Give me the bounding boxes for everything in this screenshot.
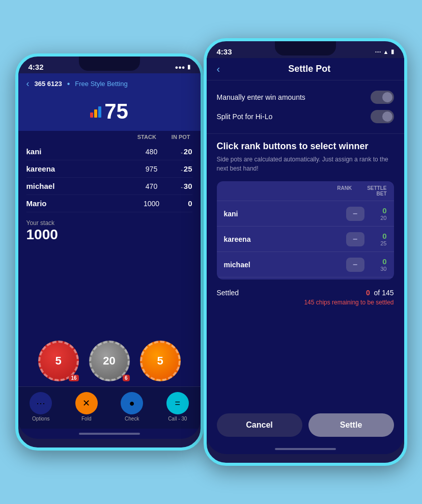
call-icon: = [166, 392, 189, 414]
game-id: 365 6123 [35, 80, 62, 88]
settle-amount-kareena: 0 25 [372, 232, 387, 246]
settle-table: RANK SETTLEBET kani − 0 20 kareena − 0 2… [217, 181, 394, 279]
status-icons-right: ···· ▲ ▮ [375, 48, 393, 55]
chip-20-gray[interactable]: 20 6 [89, 341, 130, 381]
info-desc: Side pots are calculated automatically. … [217, 155, 394, 173]
fold-button[interactable]: ✕ Fold [75, 392, 98, 422]
game-header: ‹ 365 6123 • Free Style Betting [18, 73, 201, 94]
fold-icon: ✕ [75, 392, 98, 414]
player-name-michael: michael [26, 182, 136, 190]
home-bar-right [275, 448, 336, 450]
settled-summary-row: Settled 0 of 145 [207, 284, 404, 299]
pot-chart-icon [90, 105, 101, 118]
check-label: Check [125, 416, 139, 422]
fold-label: Fold [81, 416, 91, 422]
settle-sub-kani: 20 [380, 215, 386, 221]
player-pot-kareena: -25 [167, 164, 192, 173]
rank-button-kani[interactable]: − [346, 207, 364, 221]
settled-of-total: of 145 [374, 289, 394, 297]
home-indicator-right [207, 444, 404, 454]
chip-5-orange[interactable]: 5 [140, 341, 181, 381]
settle-value-kani: 0 [382, 206, 386, 215]
table-row: kareena 975 -25 [26, 160, 192, 178]
home-bar-left [79, 433, 140, 435]
chip-badge-6: 6 [123, 375, 130, 381]
rank-button-kareena[interactable]: − [346, 232, 364, 246]
settle-header: ‹ Settle Pot [207, 58, 404, 80]
players-table: STACK IN POT kani 480 -20 kareena 975 -2… [18, 131, 201, 212]
player-stack-michael: 470 [136, 182, 167, 190]
bar2 [94, 109, 97, 118]
settle-sub-kareena: 25 [380, 240, 386, 246]
cancel-button[interactable]: Cancel [217, 413, 302, 437]
rank-button-michael[interactable]: − [346, 258, 364, 272]
right-phone: 4:33 ···· ▲ ▮ ‹ Settle Pot Manually ente… [204, 38, 407, 466]
settle-table-header: RANK SETTLEBET [217, 181, 394, 201]
notch-left [79, 57, 140, 71]
back-button-right[interactable]: ‹ [217, 63, 220, 75]
bar1 [90, 113, 93, 118]
call-button[interactable]: = Call - 30 [166, 392, 189, 422]
options-icon: ⋯ [30, 392, 52, 414]
pot-display: 75 [18, 94, 201, 131]
back-button-left[interactable]: ‹ [26, 78, 30, 89]
player-name-kareena: kareena [26, 164, 136, 173]
check-button[interactable]: ● Check [121, 392, 143, 422]
col-stack-header: STACK [137, 134, 156, 140]
settle-value-kareena: 0 [382, 232, 386, 240]
left-content: ‹ 365 6123 • Free Style Betting 75 STACK… [18, 73, 201, 439]
setting-manually-label: Manually enter win amounts [217, 93, 305, 101]
player-stack-mario: 1000 [136, 200, 167, 208]
player-pot-mario: 0 [167, 199, 192, 208]
player-pot-michael: -30 [167, 182, 192, 190]
setting-split-label: Split Pot for Hi-Lo [217, 113, 273, 121]
your-stack-label: Your stack [26, 219, 192, 227]
settle-value-michael: 0 [382, 257, 386, 266]
call-label: Call - 30 [168, 416, 187, 422]
player-stack-kareena: 975 [136, 165, 167, 173]
settle-name-kareena: kareena [224, 235, 346, 243]
chip-5-red[interactable]: 5 16 [38, 341, 79, 381]
chip-badge-16: 16 [69, 375, 78, 381]
settle-button[interactable]: Settle [308, 413, 394, 437]
bar3 [98, 106, 101, 118]
left-phone: 4:32 ●●● ▮ ‹ 365 6123 • Free Style Betti… [15, 53, 204, 451]
settle-row-mario: Mario − 0 70 [217, 277, 394, 279]
table-row: kani 480 -20 [26, 143, 192, 160]
settled-zero-value: 0 [366, 289, 370, 297]
settle-title: Settle Pot [225, 64, 393, 74]
col-rank-header: RANK [337, 185, 352, 197]
status-icons-left: ●●● ▮ [175, 64, 190, 70]
home-indicator-left [18, 429, 201, 439]
pot-value: 75 [104, 99, 128, 124]
settle-name-michael: michael [224, 261, 346, 269]
player-name-kani: kani [26, 147, 136, 156]
your-stack-value: 1000 [26, 227, 192, 243]
player-pot-kani: -20 [167, 147, 192, 156]
settle-amount-michael: 0 30 [372, 257, 387, 272]
manually-toggle[interactable] [371, 91, 394, 104]
settle-amount-kani: 0 20 [372, 206, 387, 221]
settled-label: Settled [217, 289, 239, 297]
split-toggle[interactable] [371, 110, 394, 123]
battery-icon-right: ▮ [391, 48, 394, 55]
settle-row-michael: michael − 0 30 [217, 251, 394, 277]
table-row: Mario 1000 0 [26, 195, 192, 212]
settle-name-kani: kani [224, 210, 346, 218]
settle-row-kareena: kareena − 0 25 [217, 226, 394, 251]
settle-sub-michael: 30 [380, 266, 386, 272]
check-icon: ● [121, 392, 143, 414]
col-settle-header: SETTLEBET [367, 185, 386, 197]
chips-area: 5 16 20 6 5 [18, 330, 201, 386]
options-button[interactable]: ⋯ Options [30, 392, 52, 422]
settled-total: 0 of 145 [366, 289, 394, 297]
col-pot-header: IN POT [172, 134, 190, 140]
separator: • [67, 79, 70, 89]
remaining-text: 145 chips remaining to be settled [207, 299, 404, 310]
player-name-mario: Mario [26, 199, 136, 208]
bottom-buttons: Cancel Settle [207, 408, 404, 444]
battery-icon: ▮ [187, 64, 190, 70]
setting-manually-enter: Manually enter win amounts [217, 88, 394, 107]
settings-section: Manually enter win amounts Split Pot for… [207, 80, 404, 134]
info-section: Click rank buttons to select winner Side… [207, 134, 404, 177]
